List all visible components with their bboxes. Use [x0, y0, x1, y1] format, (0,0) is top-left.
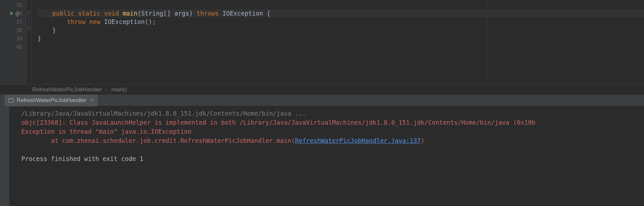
code-area[interactable]: public static void main(String[] args) t…: [32, 0, 644, 84]
run-toolbar: [0, 106, 10, 206]
fold-line: [29, 14, 29, 26]
console-blank: [21, 145, 535, 154]
run-tabs: RefreshWaterPicJobHandler ✕: [0, 95, 644, 106]
run-gutter-icon[interactable]: [10, 11, 13, 15]
run-tab[interactable]: RefreshWaterPicJobHandler ✕: [5, 95, 98, 106]
line-number: 39: [16, 36, 22, 42]
stacktrace-link[interactable]: RefreshWaterPicJobHandler.java:137: [295, 137, 421, 144]
run-content: /Library/Java/JavaVirtualMachines/jdk1.8…: [0, 106, 644, 206]
fold-column: [27, 0, 32, 84]
console-output[interactable]: /Library/Java/JavaVirtualMachines/jdk1.8…: [10, 106, 535, 206]
code-line[interactable]: }: [38, 26, 644, 34]
run-panel: RefreshWaterPicJobHandler ✕ /Library/Jav…: [0, 95, 644, 206]
gutter-row-runnable[interactable]: 36 @: [0, 9, 26, 17]
gutter: 35 36 @ 37 38 39 40: [0, 0, 27, 84]
console-warn: objc[23368]: Class JavaLaunchHelper is i…: [21, 118, 535, 127]
console-exception: Exception in thread "main" java.io.IOExc…: [21, 127, 535, 136]
code-line[interactable]: throw new IOException();: [38, 17, 644, 26]
fold-minus-icon[interactable]: [27, 11, 30, 14]
line-number: 37: [16, 19, 22, 25]
code-line[interactable]: }: [38, 34, 644, 43]
run-tab-label: RefreshWaterPicJobHandler: [17, 97, 86, 104]
code-line[interactable]: public static void main(String[] args) t…: [38, 9, 644, 17]
line-number: 38: [16, 27, 22, 33]
gutter-row[interactable]: 40: [0, 43, 26, 51]
console-cmd: /Library/Java/JavaVirtualMachines/jdk1.8…: [21, 109, 535, 118]
gutter-row[interactable]: 39: [0, 34, 26, 43]
breadcrumb: RefreshWaterPicJobHandler › main(): [0, 84, 644, 95]
gutter-row[interactable]: 35: [0, 1, 26, 9]
editor-area: 35 36 @ 37 38 39 40 public static void m…: [0, 0, 644, 84]
code-line[interactable]: [38, 1, 644, 9]
override-icon[interactable]: @: [16, 10, 19, 17]
console-exit: Process finished with exit code 1: [21, 154, 535, 163]
breadcrumb-class[interactable]: RefreshWaterPicJobHandler: [32, 86, 102, 93]
line-number: 40: [16, 44, 22, 50]
console-stacktrace: at com.zhenai.scheduler.job.credit.Refre…: [21, 136, 535, 145]
breadcrumb-method[interactable]: main(): [111, 86, 127, 93]
terminal-icon: [8, 98, 14, 103]
close-icon[interactable]: ✕: [90, 97, 94, 103]
line-number: 35: [16, 2, 22, 8]
chevron-right-icon: ›: [106, 86, 108, 93]
fold-end-icon[interactable]: [27, 27, 30, 29]
gutter-row[interactable]: 37: [0, 17, 26, 26]
gutter-row[interactable]: 38: [0, 26, 26, 34]
